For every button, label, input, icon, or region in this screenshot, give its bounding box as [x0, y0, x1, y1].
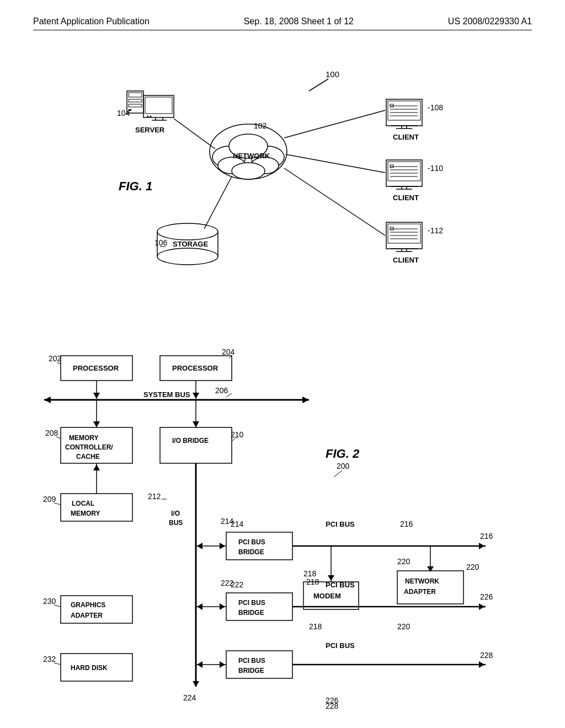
- ref-106-text: 106: [154, 238, 168, 247]
- pci-bridge1-label: PCI BUS: [238, 538, 265, 546]
- svg-line-61: [284, 110, 385, 138]
- svg-line-0: [309, 79, 328, 91]
- network-label: NETWORK: [233, 152, 270, 160]
- page: Patent Application Publication Sep. 18, …: [0, 0, 565, 728]
- pci-bridge3-label: PCI BUS: [238, 657, 265, 665]
- ref-218-area: 218: [309, 622, 322, 631]
- svg-rect-103: [397, 571, 463, 604]
- hard-disk-label: HARD DISK: [71, 664, 108, 672]
- svg-point-12: [150, 116, 152, 117]
- ref-222-box: 222: [221, 579, 234, 587]
- svg-line-89: [54, 503, 61, 505]
- ref-112-text: -112: [428, 226, 443, 235]
- svg-line-116: [54, 605, 61, 607]
- ref-220-text: 220: [397, 557, 411, 566]
- svg-text:MEMORY: MEMORY: [71, 510, 100, 517]
- ref-216-side: 216: [480, 532, 493, 540]
- ref-209-text: 209: [43, 495, 56, 504]
- pci-bus1-label: PCI BUS: [326, 520, 355, 528]
- svg-text:BRIDGE: BRIDGE: [238, 548, 264, 556]
- proc1-label: PROCESSOR: [73, 364, 119, 372]
- modem-label: MODEM: [313, 592, 341, 600]
- ref-228-box: 228: [480, 651, 493, 660]
- svg-line-63: [284, 168, 385, 235]
- svg-line-79: [56, 437, 61, 438]
- client-label-2: CLIENT: [393, 194, 419, 202]
- svg-rect-6: [143, 95, 174, 117]
- svg-line-62: [286, 154, 385, 173]
- svg-marker-75: [193, 393, 199, 399]
- fig1-svg: 100 104 SERVER: [33, 47, 530, 317]
- svg-text:BRIDGE: BRIDGE: [238, 609, 264, 617]
- fig2-diagram: PROCESSOR 202 PROCESSOR 204 206 SYSTEM B…: [33, 345, 532, 728]
- pci-bus3-label: PCI BUS: [326, 641, 355, 650]
- fig2-label: FIG. 2: [326, 447, 360, 461]
- ref-204-text: 204: [222, 347, 235, 356]
- svg-marker-83: [93, 421, 100, 427]
- svg-line-60: [204, 176, 232, 229]
- ref-210-text: 210: [231, 430, 244, 439]
- ref-230-text: 230: [43, 597, 56, 606]
- graphics-adapter-label: GRAPHICS: [71, 601, 105, 609]
- ref-220-area: 220: [397, 622, 411, 631]
- svg-marker-70: [44, 397, 51, 403]
- local-memory-label: LOCAL: [72, 500, 94, 507]
- svg-marker-127: [479, 661, 484, 668]
- ref-218-text: 218: [303, 569, 317, 578]
- svg-rect-80: [160, 427, 232, 463]
- system-bus-label: SYSTEM BUS: [143, 390, 190, 399]
- svg-marker-99: [220, 543, 225, 549]
- ref-212-text: 212: [148, 492, 161, 501]
- svg-text:CACHE: CACHE: [76, 453, 100, 461]
- ref-108-text: -108: [428, 103, 443, 112]
- fig1-diagram: 100 104 SERVER: [33, 47, 532, 323]
- svg-rect-4: [129, 104, 142, 107]
- ref-228-text: 228: [326, 702, 339, 710]
- io-bus-label: I/O: [171, 510, 180, 517]
- ref-206-text: 206: [215, 386, 228, 395]
- ref-100-label: 100: [326, 69, 339, 79]
- svg-point-20: [232, 163, 265, 179]
- ref-226-box: 226: [480, 592, 493, 601]
- pci-bus2-label: PCI BUS: [326, 581, 355, 589]
- svg-marker-106: [328, 575, 334, 581]
- svg-point-21: [157, 223, 218, 240]
- svg-text:BUS: BUS: [169, 519, 183, 527]
- network-adapter-label: NETWORK: [405, 577, 439, 585]
- svg-point-24: [157, 248, 218, 265]
- svg-marker-123: [220, 661, 225, 668]
- svg-rect-38: [388, 162, 420, 181]
- io-bridge-label: I/O BRIDGE: [172, 437, 209, 445]
- client-label-3: CLIENT: [393, 256, 419, 264]
- svg-marker-113: [220, 603, 225, 610]
- header-center: Sep. 18, 2008 Sheet 1 of 12: [244, 17, 354, 26]
- ref-218-box: 218: [306, 577, 319, 586]
- svg-rect-27: [388, 101, 420, 120]
- fig1-label: FIG. 1: [119, 179, 152, 193]
- storage-label: STORAGE: [173, 240, 208, 248]
- ref-232-text: 232: [43, 655, 56, 663]
- svg-marker-98: [197, 543, 202, 549]
- svg-marker-73: [93, 393, 100, 399]
- svg-rect-7: [145, 97, 172, 114]
- page-header: Patent Application Publication Sep. 18, …: [33, 17, 532, 30]
- svg-text:ADAPTER: ADAPTER: [71, 612, 103, 619]
- ref-208-text: 208: [45, 429, 58, 437]
- svg-marker-91: [93, 464, 100, 470]
- svg-line-129: [334, 470, 342, 477]
- svg-text:BRIDGE: BRIDGE: [238, 667, 264, 675]
- svg-marker-112: [197, 603, 202, 610]
- server-label: SERVER: [135, 126, 165, 134]
- proc2-label: PROCESSOR: [172, 364, 218, 372]
- ref-110-text: -110: [428, 164, 443, 173]
- svg-text:ADAPTER: ADAPTER: [404, 588, 436, 596]
- svg-marker-71: [302, 397, 309, 403]
- ref-214-side: 214: [221, 517, 234, 526]
- ref-224-text: 224: [183, 693, 196, 702]
- fig2-svg: PROCESSOR 202 PROCESSOR 204 206 SYSTEM B…: [33, 345, 530, 728]
- ref-220-box: 220: [466, 563, 479, 571]
- svg-marker-128: [193, 681, 199, 687]
- pci-bridge2-label: PCI BUS: [238, 599, 265, 607]
- ref-216-text: 216: [400, 520, 413, 528]
- svg-rect-49: [388, 224, 420, 243]
